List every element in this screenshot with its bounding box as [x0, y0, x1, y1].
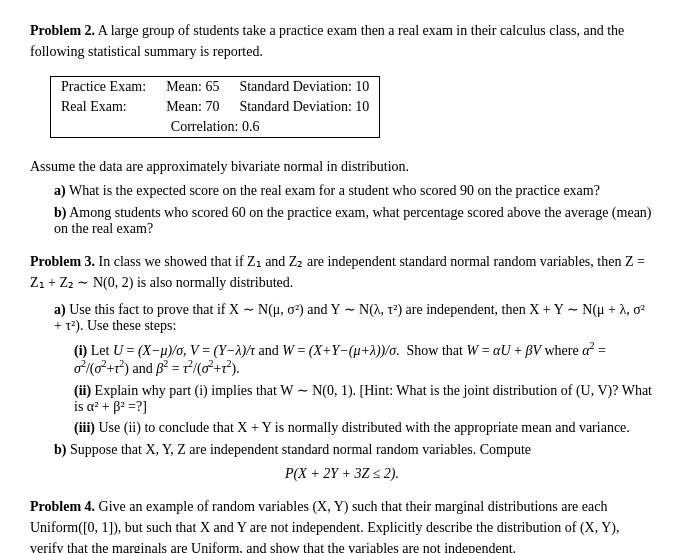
row1-label: Practice Exam: [51, 77, 156, 97]
problem3-intro: In class we showed that if Z₁ and Z₂ are… [30, 254, 645, 290]
table-row: Real Exam: Mean: 70 Standard Deviation: … [51, 97, 379, 117]
row1-sd: Standard Deviation: 10 [229, 77, 379, 97]
p3-part-b-label: b) [54, 442, 66, 457]
roman-i-item: (i) Let U = (X−μ)/σ, V = (Y−λ)/τ and W =… [74, 340, 654, 377]
problem2-label: Problem 2. [30, 23, 95, 38]
problem2-part-b: b) Among students who scored 60 on the p… [54, 205, 654, 237]
p3-part-b-text: Suppose that X, Y, Z are independent sta… [70, 442, 531, 457]
stats-table: Practice Exam: Mean: 65 Standard Deviati… [50, 76, 380, 138]
row2-sd: Standard Deviation: 10 [229, 97, 379, 117]
formula-text: P(X + 2Y + 3Z ≤ 2). [285, 466, 399, 481]
problem3-part-a: a) Use this fact to prove that if X ∼ N(… [54, 301, 654, 334]
roman-i-text: Let U = (X−μ)/σ, V = (Y−λ)/τ and W = (X+… [74, 343, 606, 377]
p3-part-a-text: Use this fact to prove that if X ∼ N(μ, … [54, 302, 645, 333]
formula-line: P(X + 2Y + 3Z ≤ 2). [30, 466, 654, 482]
roman-i-label: (i) [74, 343, 87, 358]
p3-part-a-label: a) [54, 302, 66, 317]
problem2-text: Problem 2. A large group of students tak… [30, 20, 654, 62]
stats-table-wrapper: Practice Exam: Mean: 65 Standard Deviati… [50, 70, 654, 148]
problem3-block: Problem 3. In class we showed that if Z₁… [30, 251, 654, 482]
correlation-value: Correlation: 0.6 [51, 117, 379, 137]
roman-ii-label: (ii) [74, 383, 91, 398]
roman-iii-item: (iii) Use (ii) to conclude that X + Y is… [74, 420, 654, 436]
problem4-text: Problem 4. Give an example of random var… [30, 496, 654, 553]
problem2-part-a: a) What is the expected score on the rea… [54, 183, 654, 199]
part-b-label: b) [54, 205, 66, 220]
problem2-intro: A large group of students take a practic… [30, 23, 624, 59]
problem3-intro-line: Problem 3. In class we showed that if Z₁… [30, 251, 654, 293]
roman-ii-item: (ii) Explain why part (i) implies that W… [74, 382, 654, 415]
part-b-text: Among students who scored 60 on the prac… [54, 205, 652, 236]
row2-mean: Mean: 70 [156, 97, 229, 117]
problem4-label: Problem 4. [30, 499, 95, 514]
roman-ii-text: Explain why part (i) implies that W ∼ N(… [74, 383, 652, 414]
problem2-block: Problem 2. A large group of students tak… [30, 20, 654, 237]
problem4-content: Give an example of random variables (X, … [30, 499, 619, 553]
part-a-label: a) [54, 183, 66, 198]
problem4-block: Problem 4. Give an example of random var… [30, 496, 654, 553]
row2-label: Real Exam: [51, 97, 156, 117]
table-row: Practice Exam: Mean: 65 Standard Deviati… [51, 77, 379, 97]
row1-mean: Mean: 65 [156, 77, 229, 97]
part-a-text: What is the expected score on the real e… [69, 183, 600, 198]
roman-iii-text: Use (ii) to conclude that X + Y is norma… [99, 420, 630, 435]
problem3-part-b: b) Suppose that X, Y, Z are independent … [54, 442, 654, 458]
problem3-label: Problem 3. [30, 254, 95, 269]
roman-iii-label: (iii) [74, 420, 95, 435]
and-text: and [259, 343, 283, 358]
table-row: Correlation: 0.6 [51, 117, 379, 137]
problem2-assume: Assume the data are approximately bivari… [30, 156, 654, 177]
